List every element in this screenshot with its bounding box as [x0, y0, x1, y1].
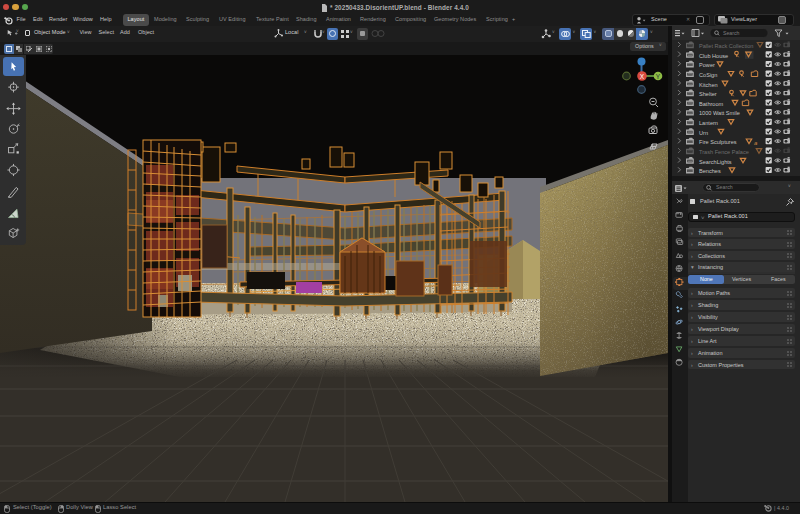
svg-text:Shelter: Shelter — [699, 91, 717, 97]
svg-text:Lantern: Lantern — [699, 120, 718, 126]
svg-text:Trash Fence Palace: Trash Fence Palace — [699, 149, 749, 155]
svg-text:1000 Watt Smile: 1000 Watt Smile — [699, 110, 740, 116]
svg-text:SearchLights: SearchLights — [699, 159, 732, 165]
svg-text:Bathroom: Bathroom — [699, 101, 724, 107]
svg-text:X: X — [640, 73, 645, 80]
svg-text:Kitchen: Kitchen — [699, 82, 718, 88]
svg-text:Urn: Urn — [699, 130, 708, 136]
svg-text:Fire Sculptures: Fire Sculptures — [699, 139, 737, 145]
svg-text:Power: Power — [699, 62, 715, 68]
svg-text:Club House: Club House — [699, 53, 728, 59]
svg-text:CoSign: CoSign — [699, 72, 717, 78]
svg-text:Benches: Benches — [699, 168, 721, 174]
svg-text:Search: Search — [723, 30, 740, 36]
svg-text:Y: Y — [656, 73, 661, 80]
svg-text:a: a — [754, 140, 758, 146]
svg-text:Pallet Rack Collection: Pallet Rack Collection — [699, 43, 753, 49]
